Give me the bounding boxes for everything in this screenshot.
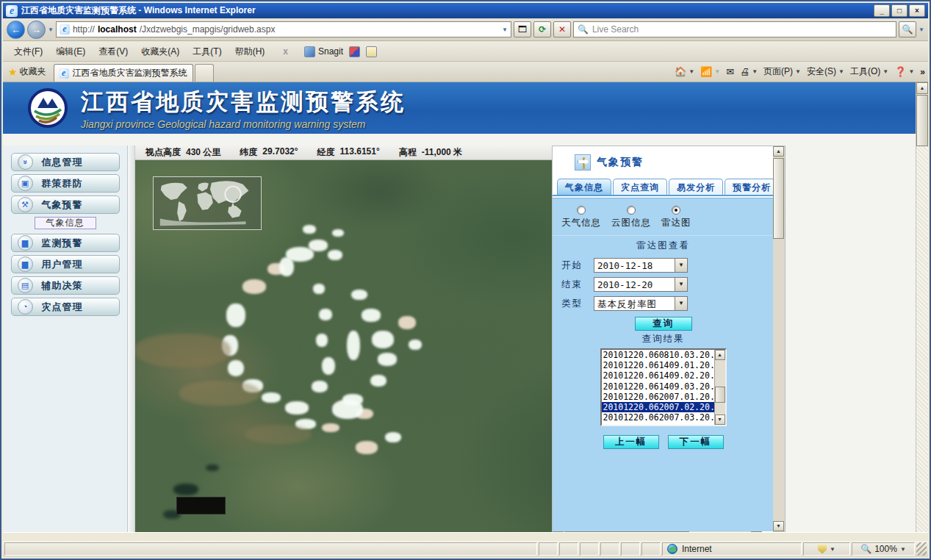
home-button[interactable]: 🏠▼ (675, 66, 694, 77)
scroll-thumb[interactable] (773, 158, 784, 239)
sidebar-item[interactable]: ▆监测预警 (11, 234, 120, 252)
field-select[interactable]: 基本反射率图▼ (594, 296, 688, 311)
sidebar-item-label: 信息管理 (42, 156, 83, 169)
scroll-thumb[interactable] (715, 387, 725, 403)
snagit-editor-icon[interactable] (366, 46, 377, 57)
info-value: -11,000 米 (422, 146, 462, 159)
terrain-feature (135, 334, 231, 367)
scroll-up-icon[interactable]: ▲ (715, 350, 725, 360)
list-item[interactable]: 20101220.062007.02.20. (602, 402, 725, 412)
results-listbox[interactable]: 20101220.060810.03.20.20101220.061409.01… (600, 348, 727, 426)
sidebar-item-label: 辅助决策 (42, 279, 83, 292)
print-button[interactable]: 🖨▼ (740, 66, 758, 77)
list-item[interactable]: 20101220.062007.03.20. (602, 412, 725, 423)
search-options-icon[interactable]: ▼ (919, 26, 924, 33)
chevron-down-icon[interactable]: ▼ (675, 258, 688, 273)
chevron-down-icon[interactable]: ▼ (675, 296, 688, 311)
tab-气象信息[interactable]: 气象信息 (557, 179, 611, 195)
refresh-button[interactable]: ⟳ (533, 21, 551, 37)
feeds-button[interactable]: 📶▼ (700, 66, 720, 77)
zoom-control[interactable]: 🔍 100% ▼ (852, 542, 915, 556)
mail-button[interactable]: ✉ (726, 66, 734, 77)
tab-易发分析[interactable]: 易发分析 (669, 179, 723, 195)
radio-button[interactable] (672, 206, 680, 215)
radar-echo-blob (356, 441, 378, 454)
scroll-down-icon[interactable]: ▼ (715, 414, 725, 425)
tools-menu-button[interactable]: 工具(O)▼ (850, 65, 888, 78)
list-item[interactable]: 20101220.060810.03.20. (602, 350, 725, 360)
list-item[interactable]: 20101220.061409.02.20. (602, 370, 725, 381)
radio-button[interactable] (627, 206, 636, 215)
minimize-button[interactable]: _ (874, 4, 890, 17)
url-field[interactable]: e http://localhost/Jxdzwebgis_mapgis/gri… (56, 21, 511, 37)
chevron-down-icon[interactable]: ▼ (675, 277, 688, 292)
menu-item-查看(V)[interactable]: 查看(V) (92, 43, 134, 60)
menu-item-工具(T)[interactable]: 工具(T) (186, 43, 228, 60)
browser-tab[interactable]: e 江西省地质灾害监测预警系统 (54, 64, 193, 82)
page-menu-button[interactable]: 页面(P)▼ (763, 65, 801, 78)
back-button[interactable]: ← (7, 21, 25, 39)
radio-option[interactable]: 云图信息 (611, 206, 651, 229)
sidebar-item[interactable]: ◔灾点管理 (11, 298, 120, 316)
tab-预警分析[interactable]: 预警分析 (725, 179, 774, 195)
list-item[interactable]: 20101220.061409.01.20. (602, 360, 725, 370)
radar-echo-blob (328, 250, 342, 260)
close-button[interactable]: × (909, 4, 925, 17)
scroll-up-icon[interactable]: ▲ (773, 146, 784, 157)
sidebar-item[interactable]: ⚒气象预警 (11, 195, 120, 214)
favorites-label[interactable]: 收藏夹 (20, 65, 46, 78)
resize-grip[interactable] (916, 542, 927, 556)
chevron-more-icon[interactable]: » (920, 67, 925, 77)
menu-item-帮助(H)[interactable]: 帮助(H) (229, 43, 272, 60)
sidebar-item[interactable]: ▤辅助决策 (11, 276, 120, 295)
menu-item-文件(F)[interactable]: 文件(F) (7, 43, 49, 60)
menu-item-收藏夹(A)[interactable]: 收藏夹(A) (134, 43, 186, 60)
query-button[interactable]: 查询 (635, 317, 692, 331)
stop-button[interactable]: ✕ (553, 21, 571, 37)
favorites-star-icon[interactable]: ★ (8, 66, 18, 78)
field-select[interactable]: 2010-12-18▼ (594, 258, 688, 273)
search-input[interactable]: 🔍 Live Search (573, 21, 896, 37)
field-value: 2010-12-20 (594, 277, 675, 292)
sidebar-item[interactable]: ▆用户管理 (11, 255, 120, 273)
weather-panel: 气象预警 气象信息灾点查询易发分析预警分析 天气信息云图信息雷达图 雷达图查看 … (552, 146, 786, 544)
search-go-button[interactable]: 🔍 (899, 21, 916, 37)
snagit-button[interactable]: Snagit (300, 45, 348, 59)
scroll-thumb[interactable] (916, 95, 928, 146)
history-dropdown-icon[interactable]: ▼ (48, 26, 54, 33)
sidebar-item[interactable]: »信息管理 (11, 153, 120, 171)
radio-button[interactable] (577, 206, 586, 215)
info-label: 经度 (317, 146, 335, 159)
previous-image-button[interactable]: 上一幅 (603, 435, 659, 449)
overview-world-map[interactable] (153, 176, 262, 230)
radio-option[interactable]: 天气信息 (561, 206, 601, 229)
toolbar-close-icon[interactable]: x (273, 46, 298, 57)
sidebar-subitem-active[interactable]: 气象信息 (35, 217, 96, 229)
url-dropdown-icon[interactable]: ▼ (502, 26, 508, 33)
listbox-scrollbar[interactable]: ▲ ▼ (714, 350, 725, 425)
sidebar-splitter[interactable] (128, 146, 135, 544)
maximize-button[interactable]: □ (891, 4, 907, 17)
compass-icon: ◔ (18, 299, 33, 315)
forward-button[interactable]: → (27, 21, 46, 39)
compatibility-button[interactable]: 🗔 (514, 21, 531, 37)
next-image-button[interactable]: 下一幅 (668, 435, 724, 449)
protected-mode-button[interactable]: ▼ (803, 542, 850, 556)
field-select[interactable]: 2010-12-20▼ (594, 277, 688, 292)
menu-item-编辑(E)[interactable]: 编辑(E) (49, 43, 92, 60)
sidebar-item[interactable]: ▣群策群防 (11, 174, 120, 193)
map-info-pair: 经度113.6151° (317, 146, 380, 159)
help-button[interactable]: ❓▼ (894, 66, 914, 77)
browser-window: e 江西省地质灾害监测预警系统 - Windows Internet Explo… (0, 0, 931, 560)
safety-menu-button[interactable]: 安全(S)▼ (807, 65, 844, 78)
list-item[interactable]: 20101220.061409.03.20. (602, 381, 725, 392)
snagit-capture-icon[interactable] (349, 46, 360, 57)
panel-vertical-scrollbar[interactable]: ▲ ▼ (773, 146, 785, 531)
new-tab-button[interactable] (195, 64, 214, 82)
page-scrollbar[interactable]: ▲ ▼ (916, 82, 928, 544)
tab-灾点查询[interactable]: 灾点查询 (613, 179, 667, 195)
scroll-down-icon[interactable]: ▼ (773, 521, 784, 531)
list-item[interactable]: 20101220.062007.01.20. (602, 392, 725, 402)
scroll-up-icon[interactable]: ▲ (916, 82, 928, 94)
radio-option[interactable]: 雷达图 (661, 206, 691, 229)
